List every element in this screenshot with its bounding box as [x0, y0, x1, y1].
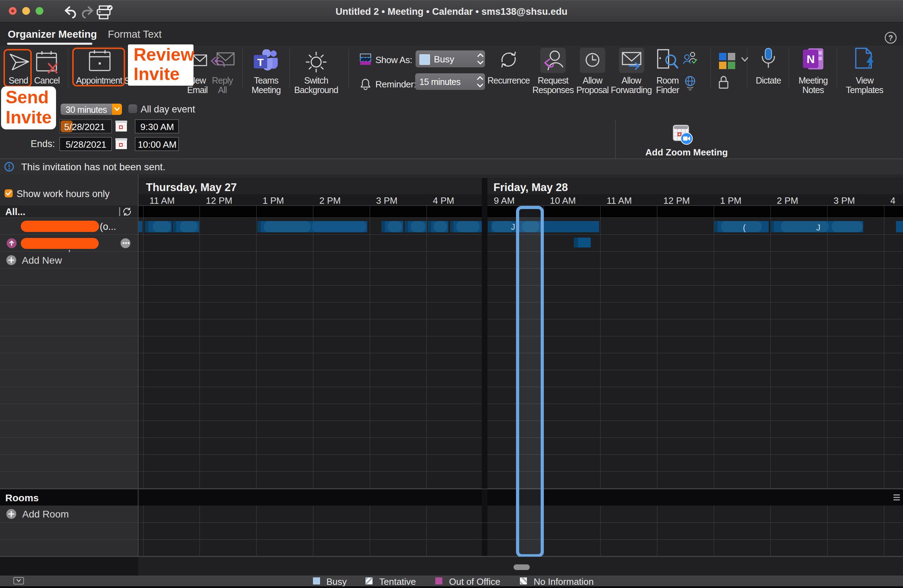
svg-text:N: N — [806, 53, 815, 66]
svg-text:?: ? — [888, 33, 893, 42]
svg-text:T: T — [257, 57, 264, 68]
